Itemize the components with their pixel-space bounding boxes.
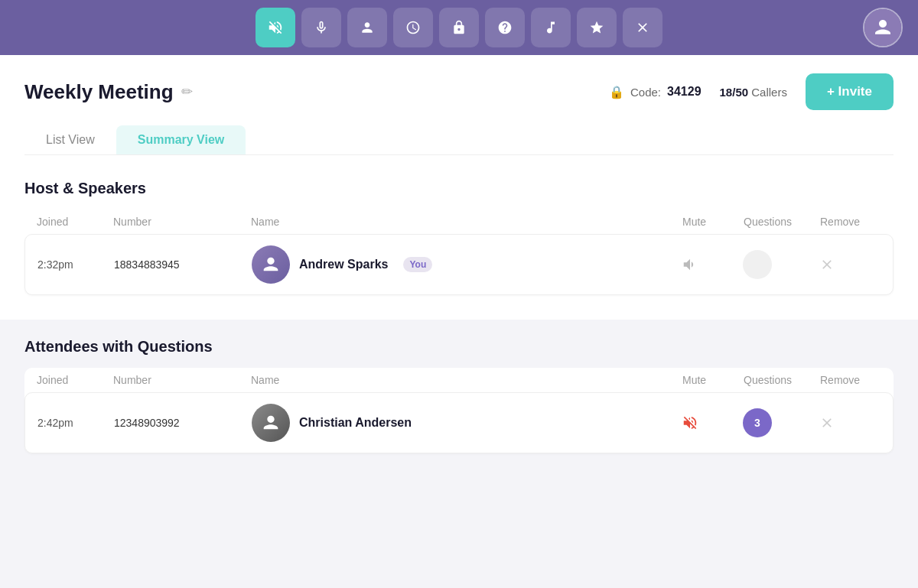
user-avatar[interactable] (863, 8, 903, 47)
mic-button[interactable] (301, 8, 341, 47)
mute-button-christian[interactable] (682, 414, 698, 431)
meeting-title-section: Weekly Meeting ✏ (24, 80, 193, 104)
header-row: Weekly Meeting ✏ 🔒 Code: 34129 18/50 Cal… (24, 73, 894, 110)
table-row: 2:32pm 18834883945 Andrew Sparks You (24, 234, 894, 295)
remove-button-christian[interactable] (819, 415, 835, 430)
avatar-image (864, 9, 901, 46)
remove-button-andrew[interactable] (819, 257, 835, 272)
attendees-table-header: Joined Number Name Mute Questions Remove (24, 368, 894, 392)
attendees-table: Joined Number Name Mute Questions Remove… (24, 368, 894, 453)
cell-joined-andrew: 2:32pm (37, 258, 114, 271)
mute-button[interactable] (256, 8, 295, 47)
code-value: 34129 (667, 85, 702, 99)
host-speakers-section: Host & Speakers Joined Number Name Mute … (24, 161, 894, 295)
col-mute: Mute (682, 216, 744, 228)
cell-mute-christian (682, 414, 743, 431)
callers-label: Callers (751, 86, 787, 99)
col-remove-a: Remove (820, 374, 881, 386)
questions-circle-christian: 3 (743, 408, 772, 437)
cell-mute-andrew (682, 256, 743, 273)
callers-section: 18/50 Callers (720, 86, 787, 99)
attendees-section: Attendees with Questions Joined Number N… (0, 320, 918, 478)
col-name-a: Name (251, 374, 682, 386)
tab-summary-view[interactable]: Summary View (116, 125, 246, 154)
col-joined: Joined (37, 216, 113, 228)
person-button[interactable] (347, 8, 387, 47)
name-christian: Christian Andersen (299, 416, 412, 430)
code-label: Code: (630, 86, 661, 99)
star-button[interactable] (577, 8, 617, 47)
callers-count: 18/50 (720, 86, 749, 99)
music-button[interactable] (531, 8, 571, 47)
code-section: 🔒 Code: 34129 (609, 85, 702, 99)
meeting-title: Weekly Meeting (24, 80, 174, 104)
cell-remove-christian (819, 415, 881, 430)
col-remove: Remove (820, 216, 881, 228)
header-right: 🔒 Code: 34129 18/50 Callers + Invite (609, 73, 894, 110)
cell-joined-christian: 2:42pm (37, 417, 114, 429)
name-andrew: Andrew Sparks (299, 258, 388, 271)
lock-button[interactable] (439, 8, 479, 47)
clock-button[interactable] (393, 8, 433, 47)
host-table: Joined Number Name Mute Questions Remove… (24, 210, 894, 295)
questions-circle-andrew (743, 250, 772, 279)
you-badge: You (403, 257, 432, 272)
host-table-header: Joined Number Name Mute Questions Remove (24, 210, 894, 234)
avatar-andrew (252, 245, 290, 284)
top-navigation (0, 0, 918, 55)
cell-number-andrew: 18834883945 (114, 258, 252, 271)
invite-button[interactable]: + Invite (806, 73, 894, 110)
cell-remove-andrew (819, 257, 881, 272)
col-number: Number (113, 216, 251, 228)
main-content: Weekly Meeting ✏ 🔒 Code: 34129 18/50 Cal… (0, 55, 918, 320)
mute-button-andrew[interactable] (682, 256, 698, 273)
attendees-section-title: Attendees with Questions (24, 338, 894, 356)
tabs-row: List View Summary View (24, 125, 894, 155)
host-section-title: Host & Speakers (24, 180, 894, 197)
avatar-christian (252, 404, 290, 442)
question-button[interactable] (485, 8, 525, 47)
nav-icon-group (256, 8, 662, 47)
col-questions-a: Questions (744, 374, 820, 386)
close-button[interactable] (623, 8, 662, 47)
col-name: Name (251, 216, 682, 228)
cell-name-andrew: Andrew Sparks You (252, 245, 682, 284)
cell-questions-andrew (743, 250, 819, 279)
table-row: 2:42pm 12348903992 Christian Andersen (24, 392, 894, 453)
edit-icon[interactable]: ✏ (181, 83, 193, 100)
col-questions: Questions (744, 216, 820, 228)
cell-number-christian: 12348903992 (114, 417, 252, 429)
col-number-a: Number (113, 374, 251, 386)
col-mute-a: Mute (682, 374, 744, 386)
col-joined-a: Joined (37, 374, 113, 386)
lock-small-icon: 🔒 (609, 85, 624, 99)
tab-list-view[interactable]: List View (24, 125, 116, 154)
cell-name-christian: Christian Andersen (252, 404, 682, 442)
cell-questions-christian: 3 (743, 408, 819, 437)
